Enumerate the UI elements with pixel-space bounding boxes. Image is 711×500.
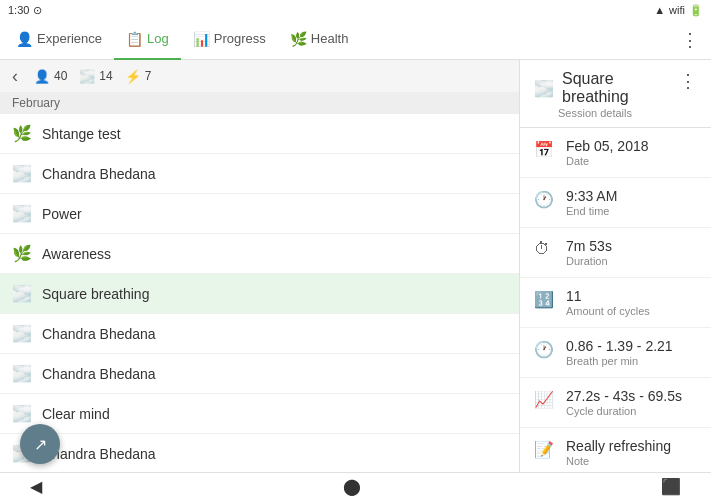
tab-experience[interactable]: 👤 Experience bbox=[4, 20, 114, 60]
list-item[interactable]: 🌫️ Clear mind bbox=[0, 394, 519, 434]
energy-icon: ⚡ bbox=[125, 69, 141, 84]
detail-time-label: End time bbox=[566, 205, 617, 217]
list-item[interactable]: 🌫️ Chandra Bhedana bbox=[0, 154, 519, 194]
tab-experience-label: Experience bbox=[37, 31, 102, 46]
progress-icon: 📊 bbox=[193, 31, 210, 47]
detail-note-row: 📝 Really refreshing Note bbox=[520, 428, 711, 472]
detail-cycles-row: 🔢 11 Amount of cycles bbox=[520, 278, 711, 328]
log-icon: 📋 bbox=[126, 31, 143, 47]
signal-icon: ▲ bbox=[654, 4, 665, 16]
detail-date-label: Date bbox=[566, 155, 649, 167]
detail-session-icon: 🌫️ bbox=[534, 79, 554, 98]
right-panel: 🌫️ Square breathing Session details ⋮ 📅 … bbox=[520, 60, 711, 472]
share-fab-button[interactable]: ↗ bbox=[20, 424, 60, 464]
experience-icon: 👤 bbox=[16, 31, 33, 47]
detail-duration-value: 7m 53s bbox=[566, 238, 612, 254]
back-button[interactable]: ‹ bbox=[8, 66, 22, 87]
detail-note-content: Really refreshing Note bbox=[566, 438, 671, 467]
sessions-count: 40 bbox=[54, 69, 67, 83]
tab-log-label: Log bbox=[147, 31, 169, 46]
session-name: Chandra Bhedana bbox=[42, 166, 156, 182]
list-item[interactable]: 🌿 Shtange test bbox=[0, 114, 519, 154]
left-panel: ‹ 👤 40 🌫️ 14 ⚡ 7 February 🌿 Shtange test… bbox=[0, 60, 520, 472]
home-nav-icon[interactable]: ⬤ bbox=[343, 477, 361, 496]
month-february: February bbox=[0, 92, 519, 114]
stat-sessions: 👤 40 bbox=[34, 69, 67, 84]
detail-time-content: 9:33 AM End time bbox=[566, 188, 617, 217]
list-item-active[interactable]: 🌫️ Square breathing bbox=[0, 274, 519, 314]
clock-icon: 🕐 bbox=[534, 190, 554, 209]
detail-subtitle: Session details bbox=[558, 107, 679, 119]
detail-header: 🌫️ Square breathing Session details ⋮ bbox=[520, 60, 711, 128]
detail-cycle-duration-row: 📈 27.2s - 43s - 69.5s Cycle duration bbox=[520, 378, 711, 428]
detail-duration-content: 7m 53s Duration bbox=[566, 238, 612, 267]
bottom-bar: ◀ ⬤ ⬛ bbox=[0, 472, 711, 500]
sub-header: ‹ 👤 40 🌫️ 14 ⚡ 7 bbox=[0, 60, 519, 92]
session-name: Chandra Bhedana bbox=[42, 366, 156, 382]
list-item[interactable]: 🌫️ Chandra Bhedana bbox=[0, 354, 519, 394]
tab-progress-label: Progress bbox=[214, 31, 266, 46]
tab-health[interactable]: 🌿 Health bbox=[278, 20, 361, 60]
detail-more-button[interactable]: ⋮ bbox=[679, 70, 697, 92]
session-name: Power bbox=[42, 206, 82, 222]
session-name: Square breathing bbox=[42, 286, 149, 302]
status-icon-1: ⊙ bbox=[33, 4, 42, 17]
detail-breath-value: 0.86 - 1.39 - 2.21 bbox=[566, 338, 673, 354]
share-icon: ↗ bbox=[34, 435, 47, 454]
duration-icon: ⏱ bbox=[534, 240, 554, 258]
tab-health-label: Health bbox=[311, 31, 349, 46]
detail-breath-label: Breath per min bbox=[566, 355, 673, 367]
detail-cycle-duration-label: Cycle duration bbox=[566, 405, 682, 417]
session-type-icon: 🌫️ bbox=[12, 324, 32, 343]
session-type-icon: 🌿 bbox=[12, 244, 32, 263]
detail-note-value: Really refreshing bbox=[566, 438, 671, 454]
calendar-icon: 📅 bbox=[534, 140, 554, 159]
detail-duration-row: ⏱ 7m 53s Duration bbox=[520, 228, 711, 278]
breath-per-min-icon: 🕐 bbox=[534, 340, 554, 359]
detail-cycle-duration-value: 27.2s - 43s - 69.5s bbox=[566, 388, 682, 404]
session-name: Clear mind bbox=[42, 406, 110, 422]
health-icon: 🌿 bbox=[290, 31, 307, 47]
list-item[interactable]: 🌿 Awareness bbox=[0, 234, 519, 274]
detail-breath-content: 0.86 - 1.39 - 2.21 Breath per min bbox=[566, 338, 673, 367]
list-item[interactable]: 🌫️ Chandra Bhedana bbox=[0, 434, 519, 472]
breath-icon: 🌫️ bbox=[79, 69, 95, 84]
session-name: Shtange test bbox=[42, 126, 121, 142]
list-item[interactable]: 🌫️ Chandra Bhedana bbox=[0, 314, 519, 354]
detail-cycles-content: 11 Amount of cycles bbox=[566, 288, 650, 317]
wifi-icon: wifi bbox=[669, 4, 685, 16]
battery-icon: 🔋 bbox=[689, 4, 703, 17]
list-item[interactable]: 🌫️ Power bbox=[0, 194, 519, 234]
recents-nav-icon[interactable]: ⬛ bbox=[661, 477, 681, 496]
top-nav: 👤 Experience 📋 Log 📊 Progress 🌿 Health ⋮ bbox=[0, 20, 711, 60]
session-type-icon: 🌿 bbox=[12, 124, 32, 143]
detail-header-content: 🌫️ Square breathing Session details bbox=[534, 70, 679, 119]
detail-note-label: Note bbox=[566, 455, 671, 467]
back-nav-icon[interactable]: ◀ bbox=[30, 477, 42, 496]
note-icon: 📝 bbox=[534, 440, 554, 459]
session-name: Awareness bbox=[42, 246, 111, 262]
session-type-icon: 🌫️ bbox=[12, 204, 32, 223]
detail-duration-label: Duration bbox=[566, 255, 612, 267]
detail-cycles-label: Amount of cycles bbox=[566, 305, 650, 317]
status-time: 1:30 bbox=[8, 4, 29, 16]
tab-log[interactable]: 📋 Log bbox=[114, 20, 181, 60]
nav-more-button[interactable]: ⋮ bbox=[673, 29, 707, 51]
stat-energy: ⚡ 7 bbox=[125, 69, 152, 84]
stat-breath: 🌫️ 14 bbox=[79, 69, 112, 84]
nav-tabs: 👤 Experience 📋 Log 📊 Progress 🌿 Health bbox=[4, 20, 673, 60]
detail-cycles-value: 11 bbox=[566, 288, 650, 304]
cycle-duration-icon: 📈 bbox=[534, 390, 554, 409]
breath-count: 14 bbox=[99, 69, 112, 83]
detail-breath-row: 🕐 0.86 - 1.39 - 2.21 Breath per min bbox=[520, 328, 711, 378]
session-type-icon: 🌫️ bbox=[12, 284, 32, 303]
detail-date-value: Feb 05, 2018 bbox=[566, 138, 649, 154]
sessions-icon: 👤 bbox=[34, 69, 50, 84]
session-type-icon: 🌫️ bbox=[12, 404, 32, 423]
detail-time-row: 🕐 9:33 AM End time bbox=[520, 178, 711, 228]
detail-time-value: 9:33 AM bbox=[566, 188, 617, 204]
detail-title: 🌫️ Square breathing bbox=[534, 70, 679, 106]
detail-cycle-duration-content: 27.2s - 43s - 69.5s Cycle duration bbox=[566, 388, 682, 417]
cycles-icon: 🔢 bbox=[534, 290, 554, 309]
tab-progress[interactable]: 📊 Progress bbox=[181, 20, 278, 60]
